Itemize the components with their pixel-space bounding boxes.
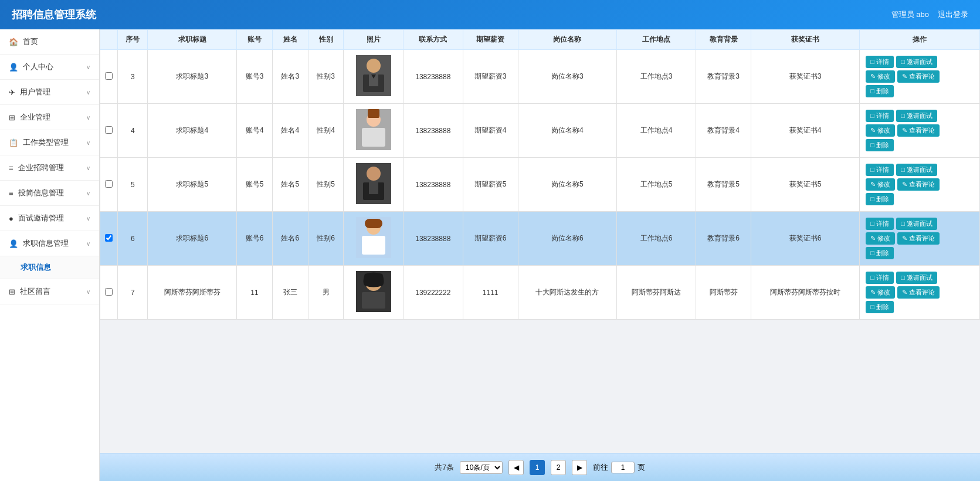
row-title: 求职标题5 <box>148 158 237 212</box>
page-input[interactable] <box>611 462 635 473</box>
sidebar-item-community[interactable]: ⊞ 社区留言 ∨ <box>0 279 99 304</box>
row-gender: 性别3 <box>308 50 344 104</box>
detail-button[interactable]: □ 详情 <box>866 164 894 176</box>
row-salary: 期望薪资5 <box>463 158 518 212</box>
sidebar-item-jobtype[interactable]: 📋 工作类型管理 ∨ <box>0 130 99 155</box>
table-row: 4 求职标题4 账号4 姓名4 性别4 138238888 期望薪资4 岗位名称… <box>100 104 980 158</box>
prev-page-button[interactable]: ◀ <box>508 460 524 475</box>
row-avatar <box>344 212 403 266</box>
interview-icon: ● <box>9 214 13 223</box>
col-award: 获奖证书 <box>751 30 860 50</box>
invite-button[interactable]: □ 邀请面试 <box>896 164 937 176</box>
main-content: 序号 求职标题 账号 姓名 性别 照片 联系方式 期望薪资 岗位名称 工作地点 … <box>100 29 980 481</box>
row-actions: □ 详情 □ 邀请面试 ✎ 修改 ✎ 查看评论 □ 删除 <box>860 104 980 158</box>
header-right: 管理员 abo 退出登录 <box>891 9 968 20</box>
row-name: 姓名6 <box>272 212 308 266</box>
row-position: 岗位名称6 <box>518 212 616 266</box>
row-location: 工作地点6 <box>617 212 696 266</box>
sidebar-item-job-info[interactable]: 👤 求职信息管理 ∨ <box>0 231 99 256</box>
page-2-button[interactable]: 2 <box>551 460 566 475</box>
row-name: 姓名4 <box>272 104 308 158</box>
row-salary: 1111 <box>463 266 518 320</box>
table-row: 6 求职标题6 账号6 姓名6 性别6 138238888 期望薪资6 岗位名称… <box>100 212 980 266</box>
chevron-icon: ∨ <box>86 114 90 121</box>
col-phone: 联系方式 <box>403 30 463 50</box>
logout-button[interactable]: 退出登录 <box>938 9 968 20</box>
layout: 🏠 首页 👤 个人中心 ∨ ✈ 用户管理 ∨ ⊞ 企业管理 ∨ <box>0 29 980 481</box>
review-button[interactable]: ✎ 查看评论 <box>897 286 940 299</box>
row-gender: 性别6 <box>308 212 344 266</box>
sidebar-label-job-info: 求职信息管理 <box>23 238 69 249</box>
invite-button[interactable]: □ 邀请面试 <box>896 56 937 68</box>
row-location: 工作地点4 <box>617 104 696 158</box>
edit-button[interactable]: ✎ 修改 <box>866 70 895 83</box>
sidebar-label-company: 企业管理 <box>20 112 50 123</box>
row-gender: 男 <box>308 266 344 320</box>
detail-button[interactable]: □ 详情 <box>866 110 894 122</box>
edit-button[interactable]: ✎ 修改 <box>866 178 895 191</box>
invite-button[interactable]: □ 邀请面试 <box>896 272 937 284</box>
sidebar-sub-label-job: 求职信息 <box>21 263 51 272</box>
review-button[interactable]: ✎ 查看评论 <box>897 124 940 137</box>
row-education: 教育背景4 <box>696 104 751 158</box>
row-avatar <box>344 50 403 104</box>
edit-button[interactable]: ✎ 修改 <box>866 124 895 137</box>
detail-button[interactable]: □ 详情 <box>866 218 894 230</box>
sidebar-item-user[interactable]: ✈ 用户管理 ∨ <box>0 80 99 105</box>
row-checkbox[interactable] <box>105 126 113 134</box>
sidebar-item-recruit[interactable]: ≡ 企业招聘管理 ∨ <box>0 155 99 181</box>
next-page-button[interactable]: ▶ <box>572 460 587 475</box>
row-phone: 138238888 <box>403 158 463 212</box>
row-checkbox-cell <box>100 158 118 212</box>
delete-button[interactable]: □ 删除 <box>866 85 894 97</box>
svg-rect-16 <box>365 219 382 228</box>
row-checkbox[interactable] <box>105 234 113 242</box>
edit-button[interactable]: ✎ 修改 <box>866 286 895 299</box>
detail-button[interactable]: □ 详情 <box>866 56 894 68</box>
delete-button[interactable]: □ 删除 <box>866 301 894 313</box>
row-actions: □ 详情 □ 邀请面试 ✎ 修改 ✎ 查看评论 □ 删除 <box>860 266 980 320</box>
user-icon: ✈ <box>9 88 15 97</box>
delete-button[interactable]: □ 删除 <box>866 193 894 205</box>
row-location: 阿斯蒂芬阿斯达 <box>617 266 696 320</box>
row-salary: 期望薪资3 <box>463 50 518 104</box>
review-button[interactable]: ✎ 查看评论 <box>897 232 940 245</box>
edit-button[interactable]: ✎ 修改 <box>866 232 895 245</box>
invite-button[interactable]: □ 邀请面试 <box>896 218 937 230</box>
sidebar-sub-item-job[interactable]: 求职信息 <box>0 256 99 279</box>
page-label: 页 <box>637 462 645 473</box>
sidebar-item-home[interactable]: 🏠 首页 <box>0 29 99 55</box>
sidebar-item-interview[interactable]: ● 面试邀请管理 ∨ <box>0 206 99 231</box>
row-seq: 4 <box>118 104 148 158</box>
sidebar-item-company[interactable]: ⊞ 企业管理 ∨ <box>0 105 99 130</box>
row-phone: 138238888 <box>403 50 463 104</box>
row-award: 阿斯蒂芬阿斯蒂芬按时 <box>751 266 860 320</box>
total-count: 共7条 <box>435 462 454 473</box>
sidebar-label-community: 社区留言 <box>20 286 50 297</box>
delete-button[interactable]: □ 删除 <box>866 247 894 259</box>
row-checkbox[interactable] <box>105 72 113 80</box>
row-location: 工作地点5 <box>617 158 696 212</box>
chevron-icon: ∨ <box>86 64 90 70</box>
sidebar-item-resume[interactable]: ≡ 投简信息管理 ∨ <box>0 181 99 206</box>
detail-button[interactable]: □ 详情 <box>866 272 894 284</box>
table-row: 5 求职标题5 账号5 姓名5 性别5 138238888 期望薪资5 岗位名称… <box>100 158 980 212</box>
review-button[interactable]: ✎ 查看评论 <box>897 178 940 191</box>
row-position: 十大阿斯达发生的方 <box>518 266 616 320</box>
row-name: 姓名3 <box>272 50 308 104</box>
review-button[interactable]: ✎ 查看评论 <box>897 70 940 83</box>
chevron-icon: ∨ <box>86 190 90 197</box>
row-checkbox[interactable] <box>105 288 113 296</box>
row-award: 获奖证书5 <box>751 158 860 212</box>
sidebar-item-profile[interactable]: 👤 个人中心 ∨ <box>0 55 99 80</box>
delete-button[interactable]: □ 删除 <box>866 139 894 151</box>
row-gender: 性别5 <box>308 158 344 212</box>
invite-button[interactable]: □ 邀请面试 <box>896 110 937 122</box>
row-location: 工作地点3 <box>617 50 696 104</box>
page-1-button[interactable]: 1 <box>530 460 545 475</box>
row-checkbox[interactable] <box>105 180 113 188</box>
jobtype-icon: 📋 <box>9 138 18 147</box>
col-title: 求职标题 <box>148 30 237 50</box>
sidebar-label-jobtype: 工作类型管理 <box>23 137 69 148</box>
per-page-select[interactable]: 10条/页 20条/页 50条/页 <box>460 461 503 474</box>
